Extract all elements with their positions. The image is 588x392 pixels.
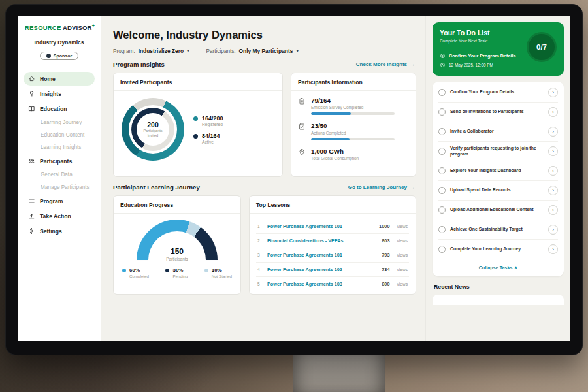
todo-divider xyxy=(440,48,526,48)
task-row-invite-collaborator[interactable]: Invite a Collaborator › xyxy=(438,122,558,142)
check-more-insights-link[interactable]: Check More Insights → xyxy=(356,61,415,67)
collapse-tasks-link[interactable]: Collapse Tasks ∧ xyxy=(438,259,558,275)
filter-label: Program: xyxy=(113,48,135,54)
lesson-row: 3 Power Purchase Agreements 101 793views xyxy=(256,248,409,263)
filter-value: Industrialize Zero xyxy=(139,48,184,54)
task-row-explore-insights[interactable]: Explore Your Insights Dashboard › xyxy=(438,161,558,181)
sidebar-item-general-data[interactable]: General Data xyxy=(24,169,95,180)
chevron-up-icon: ∧ xyxy=(514,265,517,270)
task-checkbox[interactable] xyxy=(438,148,446,155)
filter-label: Participants: xyxy=(206,48,236,54)
education-progress-card: Education Progress 150 Participants 60% xyxy=(113,195,241,295)
upload-arrow-icon xyxy=(28,212,35,220)
go-to-learning-journey-link[interactable]: Go to Learning Journey → xyxy=(348,184,415,190)
task-checkbox[interactable] xyxy=(438,206,446,214)
chevron-right-icon[interactable]: › xyxy=(548,186,558,195)
chevron-right-icon[interactable]: › xyxy=(548,146,558,156)
sidebar-item-label: Settings xyxy=(40,228,62,235)
lesson-row: 1 Power Purchase Agreements 101 1000view… xyxy=(256,220,409,234)
monitor-bezel: RESOURCE ADVISOR+ Industry Dynamics Spon… xyxy=(5,4,583,355)
sidebar-item-participants[interactable]: Participants xyxy=(24,154,95,168)
program-filter-dropdown[interactable]: Program: Industrialize Zero ▾ xyxy=(113,48,189,54)
participants-filter-dropdown[interactable]: Participants: Only My Participants ▾ xyxy=(206,48,299,54)
chevron-right-icon[interactable]: › xyxy=(548,166,558,176)
survey-icon xyxy=(298,97,306,105)
lesson-link[interactable]: Power Purchase Agreements 103 xyxy=(267,281,376,287)
lesson-row: 2 Financial Considerations - VPPAs 803vi… xyxy=(256,234,409,248)
sidebar-item-settings[interactable]: Settings xyxy=(24,224,95,238)
task-checkbox[interactable] xyxy=(438,246,446,253)
section-title-program-insights: Program Insights xyxy=(113,61,165,68)
page-title: Welcome, Industry Dynamics xyxy=(113,29,416,41)
top-lessons-card: Top Lessons 1 Power Purchase Agreements … xyxy=(249,195,416,295)
recent-news-card xyxy=(433,295,564,305)
invited-participants-donut-chart: 200 Participants Invited xyxy=(122,98,184,161)
sidebar-item-label: Home xyxy=(40,76,56,82)
legend-item-completed: 60% Completed xyxy=(122,267,149,278)
task-checkbox[interactable] xyxy=(438,89,446,96)
legend-dot xyxy=(165,269,169,272)
chevron-right-icon[interactable]: › xyxy=(548,244,558,254)
legend-item-not-started: 10% Not Started xyxy=(204,267,232,278)
card-title: Education Progress xyxy=(114,202,240,214)
sidebar-item-label: Insights xyxy=(40,91,61,97)
chevron-right-icon[interactable]: › xyxy=(548,127,558,137)
org-name: Industry Dynamics xyxy=(24,39,95,46)
sponsor-badge: Sponsor xyxy=(40,52,78,60)
lesson-row: 5 Power Purchase Agreements 103 600views xyxy=(256,277,409,291)
lesson-link[interactable]: Financial Considerations - VPPAs xyxy=(267,238,376,244)
stat-emission-survey: 79/164 Emission Survey Completed xyxy=(298,97,409,115)
legend-item-pending: 30% Pending xyxy=(165,267,188,278)
todo-next-task: Confirm Your Program Details xyxy=(440,53,532,59)
participants-information-card: Participants Information 79/164 Emission… xyxy=(291,73,416,177)
monitor-stand xyxy=(293,355,385,392)
screen: RESOURCE ADVISOR+ Industry Dynamics Spon… xyxy=(18,16,570,341)
chevron-right-icon[interactable]: › xyxy=(548,225,558,235)
sidebar-item-insights[interactable]: Insights xyxy=(24,87,95,101)
clock-icon xyxy=(440,62,446,68)
lesson-link[interactable]: Power Purchase Agreements 101 xyxy=(267,252,376,258)
task-row-confirm-program-details[interactable]: Confirm Your Program Details › xyxy=(438,83,558,103)
task-row-send-invitations[interactable]: Send 50 Invitations to Participants › xyxy=(438,103,558,122)
task-checkbox[interactable] xyxy=(438,128,446,135)
chevron-right-icon[interactable]: › xyxy=(548,88,558,97)
card-title: Invited Participants xyxy=(114,79,282,91)
task-checkbox[interactable] xyxy=(438,187,446,194)
sidebar-item-education[interactable]: Education xyxy=(24,102,95,116)
progress-bar xyxy=(311,138,395,140)
sidebar-item-manage-participants[interactable]: Manage Participants xyxy=(24,182,95,193)
sponsor-icon xyxy=(46,54,51,58)
task-checkbox[interactable] xyxy=(438,108,446,116)
chevron-down-icon: ▾ xyxy=(187,48,189,54)
lesson-link[interactable]: Power Purchase Agreements 102 xyxy=(267,267,376,272)
logo-text-primary: RESOURCE xyxy=(25,24,61,31)
task-row-complete-learning-journey[interactable]: Complete Your Learning Journey › xyxy=(438,240,558,259)
legend-dot xyxy=(204,269,208,272)
chevron-right-icon[interactable]: › xyxy=(548,107,558,117)
gear-icon xyxy=(28,227,35,235)
legend-dot xyxy=(193,134,198,139)
task-row-achieve-sustainability-target[interactable]: Achieve One Sustainability Target › xyxy=(438,220,558,240)
sidebar-item-program[interactable]: Program xyxy=(24,194,95,208)
location-pin-icon xyxy=(298,148,306,156)
sidebar-item-home[interactable]: Home xyxy=(24,72,95,86)
chevron-right-icon[interactable]: › xyxy=(548,205,558,215)
task-checkbox[interactable] xyxy=(438,226,446,233)
task-row-upload-spend-data[interactable]: Upload Spend Data Records › xyxy=(438,181,558,201)
task-row-upload-educational-content[interactable]: Upload Additional Educational Content › xyxy=(438,201,558,220)
sidebar-item-education-content[interactable]: Education Content xyxy=(24,129,95,140)
sidebar: RESOURCE ADVISOR+ Industry Dynamics Spon… xyxy=(18,16,101,341)
lesson-link[interactable]: Power Purchase Agreements 101 xyxy=(267,223,374,229)
home-icon xyxy=(28,75,35,82)
sidebar-item-take-action[interactable]: Take Action xyxy=(24,209,95,223)
filter-bar: Program: Industrialize Zero ▾ Participan… xyxy=(113,48,416,54)
gauge-center-value: 150 xyxy=(137,248,218,255)
sidebar-item-learning-insights[interactable]: Learning Insights xyxy=(24,142,95,153)
sidebar-item-label: Education Content xyxy=(41,132,84,138)
task-checkbox[interactable] xyxy=(438,167,446,174)
sidebar-item-learning-journey[interactable]: Learning Journey xyxy=(24,117,95,128)
chevron-down-icon: ▾ xyxy=(296,48,299,54)
task-row-verify-participants[interactable]: Verify participants requesting to join t… xyxy=(438,142,558,161)
sponsor-label: Sponsor xyxy=(54,54,72,58)
lesson-row: 4 Power Purchase Agreements 102 734views xyxy=(256,263,409,277)
